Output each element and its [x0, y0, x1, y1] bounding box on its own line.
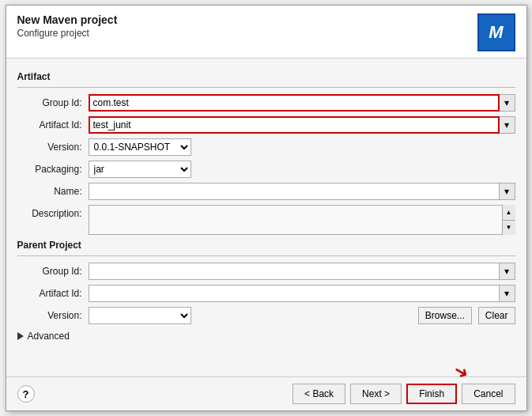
help-button[interactable]: ? [17, 385, 35, 403]
advanced-label: Advanced [28, 331, 70, 342]
advanced-triangle-icon [17, 332, 24, 340]
parent-version-label: Version: [17, 310, 89, 321]
parent-separator [17, 255, 515, 256]
back-button[interactable]: < Back [292, 384, 345, 404]
version-select[interactable]: 0.0.1-SNAPSHOT [89, 138, 191, 156]
name-input-wrapper: ▾ [89, 183, 515, 200]
description-spinners: ▲ ▼ [502, 205, 515, 235]
group-id-input-wrapper: ▾ [89, 94, 515, 112]
parent-artifact-id-row: Artifact Id: ▾ [17, 285, 515, 302]
clear-button[interactable]: Clear [478, 307, 515, 324]
description-control: ▲ ▼ [89, 205, 515, 235]
parent-group-id-input[interactable] [89, 263, 500, 280]
group-id-dropdown-arrow[interactable]: ▾ [500, 94, 515, 112]
parent-version-select[interactable] [89, 307, 191, 324]
next-button[interactable]: Next > [350, 384, 402, 404]
packaging-row: Packaging: jar war pom ear [17, 161, 515, 178]
version-row: Version: 0.0.1-SNAPSHOT [17, 138, 515, 156]
name-row: Name: ▾ [17, 183, 515, 200]
artifact-section-label: Artifact [17, 71, 515, 82]
artifact-separator [17, 87, 515, 88]
parent-artifact-id-input[interactable] [89, 285, 500, 302]
artifact-id-row: Artifact Id: ▾ [17, 116, 515, 134]
maven-icon: M [477, 13, 515, 51]
parent-artifact-id-wrapper: ▾ [89, 285, 515, 302]
group-id-row: Group Id: ▾ [17, 94, 515, 112]
spin-up[interactable]: ▲ [503, 205, 515, 221]
spin-down[interactable]: ▼ [503, 221, 515, 236]
group-id-label: Group Id: [17, 97, 89, 108]
parent-group-id-row: Group Id: ▾ [17, 263, 515, 280]
group-id-control: ▾ [89, 94, 515, 112]
artifact-id-label: Artifact Id: [17, 119, 89, 130]
artifact-id-dropdown-arrow[interactable]: ▾ [500, 116, 515, 134]
artifact-id-input[interactable] [89, 116, 500, 134]
parent-version-control: Browse... Clear [89, 307, 515, 324]
parent-version-row: Version: Browse... Clear [17, 307, 515, 324]
parent-group-id-arrow[interactable]: ▾ [500, 263, 515, 280]
parent-artifact-id-control: ▾ [89, 285, 515, 302]
version-control: 0.0.1-SNAPSHOT [89, 138, 515, 156]
name-dropdown-arrow[interactable]: ▾ [500, 183, 515, 200]
dialog-subtitle: Configure project [17, 28, 118, 39]
packaging-control: jar war pom ear [89, 161, 515, 178]
parent-section-label: Parent Project [17, 240, 515, 251]
name-control: ▾ [89, 183, 515, 200]
advanced-row[interactable]: Advanced [17, 331, 515, 342]
dialog-body: Artifact Group Id: ▾ Artifact Id: ▾ [6, 59, 526, 376]
artifact-id-input-wrapper: ▾ [89, 116, 515, 134]
description-textarea[interactable] [89, 205, 515, 235]
browse-button[interactable]: Browse... [418, 307, 472, 324]
cancel-button[interactable]: Cancel [462, 384, 515, 404]
dialog-footer: ? ➜ < Back Next > Finish Cancel [6, 376, 526, 410]
parent-group-id-wrapper: ▾ [89, 263, 515, 280]
finish-button[interactable]: Finish [406, 384, 457, 404]
dialog-header: New Maven project Configure project M [6, 6, 526, 59]
new-maven-project-dialog: New Maven project Configure project M Ar… [6, 5, 527, 411]
footer-right: ➜ < Back Next > Finish Cancel [292, 384, 515, 404]
name-input[interactable] [89, 183, 500, 200]
version-label: Version: [17, 142, 89, 153]
artifact-id-control: ▾ [89, 116, 515, 134]
description-row: Description: ▲ ▼ [17, 205, 515, 235]
description-label: Description: [17, 208, 89, 219]
packaging-select[interactable]: jar war pom ear [89, 161, 191, 178]
parent-group-id-label: Group Id: [17, 266, 89, 277]
name-label: Name: [17, 186, 89, 197]
parent-artifact-id-arrow[interactable]: ▾ [500, 285, 515, 302]
header-text: New Maven project Configure project [17, 13, 118, 39]
packaging-label: Packaging: [17, 164, 89, 175]
parent-artifact-id-label: Artifact Id: [17, 288, 89, 299]
footer-left: ? [17, 385, 35, 403]
parent-group-id-control: ▾ [89, 263, 515, 280]
group-id-input[interactable] [89, 94, 500, 112]
dialog-title: New Maven project [17, 13, 118, 26]
